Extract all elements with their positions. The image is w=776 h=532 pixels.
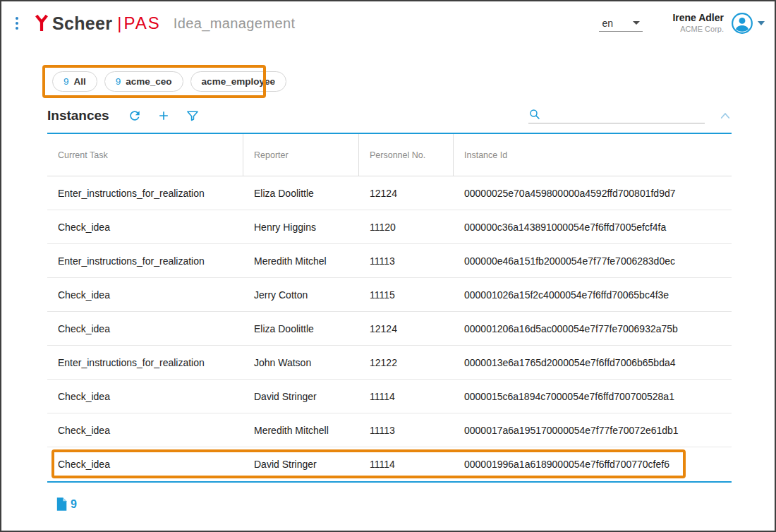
collapse-panel-button[interactable] xyxy=(719,111,732,121)
cell-current-task: Enter_instructions_for_realization xyxy=(47,255,243,267)
cell-personnel-no: 11113 xyxy=(359,255,454,267)
page-title: Idea_management xyxy=(174,16,296,32)
search-input[interactable] xyxy=(545,109,705,120)
instances-toolbar: Instances xyxy=(47,104,732,127)
cell-reporter: Meredith Mitchell xyxy=(243,425,359,436)
cell-personnel-no: 11120 xyxy=(359,222,454,233)
record-count: 9 xyxy=(71,498,77,511)
language-select[interactable]: en xyxy=(599,16,643,32)
cell-reporter: Jerry Cotton xyxy=(243,289,359,301)
refresh-icon[interactable] xyxy=(128,109,142,123)
cell-personnel-no: 12124 xyxy=(359,323,454,334)
user-org: ACME Corp. xyxy=(672,25,724,35)
cell-reporter: Eliza Doolittle xyxy=(243,188,359,199)
cell-instance-id: 0000013e6a1765d2000054e7f6ffd7006b65bda4 xyxy=(454,357,732,368)
filter-chip-acme-ceo[interactable]: 9 acme_ceo xyxy=(104,71,183,92)
cell-current-task: Check_idea xyxy=(47,222,243,233)
cell-current-task: Check_idea xyxy=(47,425,243,436)
table-row[interactable]: Check_idea David Stringer 11114 0000015c… xyxy=(47,380,732,413)
user-name: Irene Adler xyxy=(672,12,724,25)
brand-product: PAS xyxy=(123,13,160,33)
cell-instance-id: 000000c36a143891000054e7f6ffd7005efcf4fa xyxy=(454,222,732,233)
cell-current-task: Enter_instructions_for_realization xyxy=(47,188,243,199)
section-title: Instances xyxy=(47,108,109,123)
cell-personnel-no: 11114 xyxy=(359,459,454,470)
cell-current-task: Check_idea xyxy=(47,459,243,470)
chip-count: 9 xyxy=(63,76,69,87)
brand-divider: | xyxy=(117,13,121,33)
table-row[interactable]: Check_idea Eliza Doolittle 12124 0000012… xyxy=(47,312,732,346)
cell-personnel-no: 12122 xyxy=(359,357,454,368)
cell-instance-id: 000000e46a151fb2000054e7f77fe7006283d0ec xyxy=(454,255,732,267)
cell-reporter: Meredith Mitchel xyxy=(243,255,359,267)
search-box xyxy=(528,108,705,123)
language-selected-value: en xyxy=(602,18,613,29)
table-row[interactable]: Check_idea Jerry Cotton 11115 000001026a… xyxy=(47,278,732,312)
cell-instance-id: 000001026a15f2c4000054e7f6ffd70065bc4f3e xyxy=(454,289,732,301)
cell-personnel-no: 11114 xyxy=(359,391,454,402)
scheer-logo-icon xyxy=(34,14,49,32)
chevron-down-icon xyxy=(633,21,640,25)
cell-current-task: Check_idea xyxy=(47,323,243,334)
table-footer: 9 xyxy=(55,497,77,512)
chip-label: All xyxy=(74,76,86,87)
table-header-row: Current Task Reporter Personnel No. Inst… xyxy=(47,134,732,176)
cell-reporter: Eliza Doolittle xyxy=(243,323,359,334)
table-row[interactable]: Check_idea Meredith Mitchell 11113 00000… xyxy=(47,413,732,447)
brand-logo: Scheer | PAS xyxy=(34,13,161,34)
cell-current-task: Enter_instructions_for_realization xyxy=(47,357,243,368)
chevron-up-icon xyxy=(719,111,732,121)
user-avatar-icon[interactable] xyxy=(731,12,753,35)
table-row[interactable]: Enter_instructions_for_realization Mered… xyxy=(47,244,732,278)
cell-instance-id: 000001206a16d5ac000054e7f77fe7006932a75b xyxy=(454,323,732,334)
cell-instance-id: 00000025e70a459800000a4592ffd700801fd9d7 xyxy=(454,188,732,199)
cell-instance-id: 000001996a1a6189000054e7f6ffd700770cfef6 xyxy=(454,459,732,470)
cell-reporter: Henry Higgins xyxy=(243,222,359,233)
cell-personnel-no: 11113 xyxy=(359,425,454,436)
filter-chips: 9 All 9 acme_ceo acme_employee xyxy=(52,71,286,92)
cell-instance-id: 0000017a6a195170000054e7f77fe70072e61db1 xyxy=(454,425,732,436)
column-header-instance-id[interactable]: Instance Id xyxy=(454,134,732,176)
column-header-reporter[interactable]: Reporter xyxy=(243,134,359,176)
cell-current-task: Check_idea xyxy=(47,391,243,402)
filter-chip-acme-employee[interactable]: acme_employee xyxy=(190,71,286,92)
cell-reporter: David Stringer xyxy=(243,459,359,470)
table-row[interactable]: Enter_instructions_for_realization John … xyxy=(47,346,732,380)
chip-label: acme_employee xyxy=(202,76,275,87)
brand-name: Scheer xyxy=(52,13,112,34)
column-header-personnel-no[interactable]: Personnel No. xyxy=(359,134,454,176)
column-header-current-task[interactable]: Current Task xyxy=(47,134,243,176)
instances-table: Current Task Reporter Personnel No. Inst… xyxy=(47,133,732,483)
chip-count: 9 xyxy=(116,76,121,87)
filter-chip-all[interactable]: 9 All xyxy=(52,71,97,92)
table-row[interactable]: Check_idea David Stringer 11114 00000199… xyxy=(47,447,732,481)
add-icon[interactable] xyxy=(157,109,171,123)
cell-personnel-no: 11115 xyxy=(359,289,454,301)
document-count-icon xyxy=(55,497,67,512)
chip-label: acme_ceo xyxy=(126,76,171,87)
table-row[interactable]: Enter_instructions_for_realization Eliza… xyxy=(47,176,732,210)
search-icon[interactable] xyxy=(528,108,541,121)
app-header: Scheer | PAS Idea_management en Irene Ad… xyxy=(1,1,775,45)
cell-personnel-no: 12124 xyxy=(359,188,454,199)
menu-kebab-icon[interactable] xyxy=(11,13,23,34)
app-window: Scheer | PAS Idea_management en Irene Ad… xyxy=(0,0,776,532)
filter-icon[interactable] xyxy=(186,109,200,123)
table-row[interactable]: Check_idea Henry Higgins 11120 000000c36… xyxy=(47,210,732,244)
user-menu-chevron-icon[interactable] xyxy=(758,21,765,25)
cell-reporter: David Stringer xyxy=(243,391,359,402)
cell-reporter: John Watson xyxy=(243,357,359,368)
cell-current-task: Check_idea xyxy=(47,289,243,301)
user-info: Irene Adler ACME Corp. xyxy=(672,12,724,34)
cell-instance-id: 0000015c6a1894c7000054e7f6ffd700700528a1 xyxy=(454,391,732,402)
